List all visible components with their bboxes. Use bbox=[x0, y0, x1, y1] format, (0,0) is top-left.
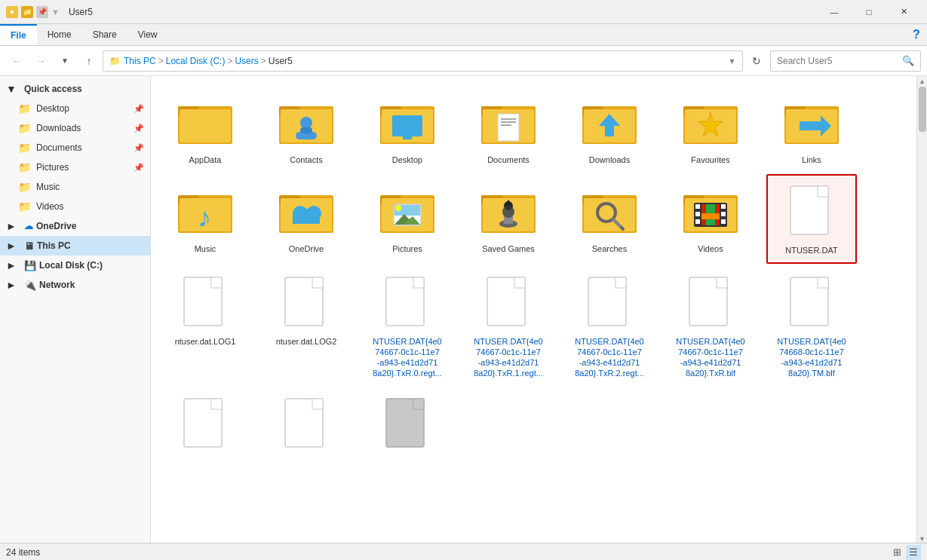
folder-videos[interactable]: Videos bbox=[665, 174, 756, 263]
refresh-button[interactable]: ↻ bbox=[746, 50, 767, 72]
folder-onedrive[interactable]: OneDrive bbox=[261, 174, 351, 263]
sidebar-section-this-pc[interactable]: ► 🖥 This PC bbox=[0, 236, 150, 256]
help-button[interactable]: ? bbox=[906, 24, 927, 45]
vertical-scrollbar[interactable]: ▲ ▼ bbox=[916, 76, 927, 543]
sidebar-item-pictures[interactable]: 📁 Pictures 📌 bbox=[0, 158, 150, 177]
scroll-up-arrow[interactable]: ▲ bbox=[919, 78, 925, 85]
sidebar-item-videos[interactable]: 📁 Videos bbox=[0, 197, 150, 216]
desktop-icon-area bbox=[377, 91, 437, 151]
tab-file[interactable]: File bbox=[0, 24, 37, 45]
file-ntuser-txr0[interactable]: NTUSER.DAT{4e074667-0c1c-11e7-a943-e41d2… bbox=[362, 267, 453, 385]
svg-rect-73 bbox=[695, 219, 700, 224]
file-ntuser-txr1[interactable]: NTUSER.DAT{4e074667-0c1c-11e7-a943-e41d2… bbox=[463, 267, 554, 385]
svg-rect-2 bbox=[180, 109, 231, 142]
content-area: AppData Contacts bbox=[151, 76, 916, 543]
svg-rect-79 bbox=[701, 213, 720, 219]
file-bottom-2[interactable] bbox=[261, 388, 351, 464]
file-bottom-1[interactable] bbox=[160, 388, 250, 464]
folder-favourites[interactable]: Favourites bbox=[665, 85, 756, 171]
folder-documents[interactable]: Documents bbox=[463, 85, 554, 171]
log2-file-svg bbox=[284, 276, 329, 330]
svg-text:♪: ♪ bbox=[198, 202, 211, 233]
path-segment-0[interactable]: This PC bbox=[124, 56, 156, 66]
sidebar-item-music[interactable]: 📁 Music bbox=[0, 177, 150, 197]
folder-pictures[interactable]: Pictures bbox=[362, 174, 453, 263]
sidebar-videos-label: Videos bbox=[36, 201, 63, 212]
path-segment-2[interactable]: Users bbox=[235, 56, 258, 66]
recent-locations-button[interactable]: ▼ bbox=[54, 50, 75, 72]
ribbon-tabs: File Home Share View ? bbox=[0, 24, 927, 45]
tab-share[interactable]: Share bbox=[82, 24, 127, 45]
log2-icon-area bbox=[276, 273, 336, 333]
folder-downloads[interactable]: Downloads bbox=[564, 85, 655, 171]
local-disk-icon: 💾 bbox=[24, 260, 36, 271]
svg-rect-17 bbox=[498, 114, 519, 141]
videos-folder-svg bbox=[683, 188, 738, 233]
sidebar-item-downloads[interactable]: 📁 Downloads 📌 bbox=[0, 118, 150, 138]
back-button[interactable]: ← bbox=[6, 50, 27, 72]
file-ntuser-log1[interactable]: ntuser.dat.LOG1 bbox=[160, 267, 250, 385]
pin-icon-title[interactable]: 📌 bbox=[36, 6, 48, 18]
this-pc-label: This PC bbox=[37, 240, 71, 251]
search-input[interactable] bbox=[777, 56, 902, 66]
svg-rect-76 bbox=[721, 219, 726, 224]
bottom3-icon-area bbox=[377, 394, 437, 454]
file-ntuser-tmblf[interactable]: NTUSER.DAT{4e074668-0c1c-11e7-a943-e41d2… bbox=[766, 267, 857, 385]
documents-folder-svg bbox=[481, 99, 536, 144]
scroll-down-arrow[interactable]: ▼ bbox=[919, 535, 925, 543]
file-ntuser-log2[interactable]: ntuser.dat.LOG2 bbox=[261, 267, 351, 385]
bottom3-file-svg bbox=[385, 397, 430, 451]
close-button[interactable]: ✕ bbox=[886, 0, 921, 24]
sidebar-section-quick-access[interactable]: ▼ Quick access bbox=[0, 79, 150, 99]
path-segment-1[interactable]: Local Disk (C:) bbox=[166, 56, 226, 66]
folder-appdata[interactable]: AppData bbox=[160, 85, 250, 171]
file-ntuser-dat[interactable]: NTUSER.DAT bbox=[766, 174, 857, 263]
folder-music[interactable]: ♪ Music bbox=[160, 174, 250, 263]
ribbon: File Home Share View ? bbox=[0, 24, 927, 46]
address-path[interactable]: 📁 This PC > Local Disk (C:) > Users > Us… bbox=[103, 50, 743, 72]
svg-rect-106 bbox=[211, 399, 222, 409]
tab-view[interactable]: View bbox=[127, 24, 168, 45]
forward-button[interactable]: → bbox=[30, 50, 51, 72]
txr1-file-svg bbox=[486, 276, 531, 330]
tmblf-file-svg bbox=[789, 276, 834, 330]
icon-view-button[interactable]: ⊞ bbox=[889, 545, 904, 560]
sidebar-section-network[interactable]: ► 🔌 Network bbox=[0, 275, 150, 295]
sidebar-item-documents[interactable]: 📁 Documents 📌 bbox=[0, 138, 150, 158]
folder-contacts[interactable]: Contacts bbox=[261, 85, 351, 171]
list-view-button[interactable]: ☰ bbox=[906, 545, 921, 560]
folder-savedgames[interactable]: Saved Games bbox=[463, 174, 554, 263]
folder-searches[interactable]: Searches bbox=[564, 174, 655, 263]
sidebar-section-local-disk[interactable]: ► 💾 Local Disk (C:) bbox=[0, 256, 150, 275]
onedrive-label: OneDrive bbox=[289, 243, 324, 254]
folder-desktop[interactable]: Desktop bbox=[362, 85, 453, 171]
folder-icon-title[interactable]: 📁 bbox=[21, 6, 33, 18]
onedrive-cloud-icon: ☁ bbox=[24, 221, 33, 231]
bottom1-file-svg bbox=[183, 397, 228, 451]
savedgames-icon-area bbox=[478, 180, 539, 240]
sidebar-desktop-label: Desktop bbox=[36, 103, 69, 114]
maximize-button[interactable]: □ bbox=[852, 0, 886, 24]
sidebar-pictures-label: Pictures bbox=[36, 162, 69, 173]
downloads-pin-icon: 📌 bbox=[134, 124, 144, 133]
quick-access-expand-icon: ▼ bbox=[6, 83, 20, 95]
search-box[interactable]: 🔍 bbox=[770, 50, 921, 72]
svg-rect-13 bbox=[403, 136, 412, 139]
network-label: Network bbox=[39, 280, 75, 290]
scroll-thumb[interactable] bbox=[919, 87, 926, 132]
up-button[interactable]: ↑ bbox=[78, 50, 100, 72]
file-ntuser-txrblf[interactable]: NTUSER.DAT{4e074667-0c1c-11e7-a943-e41d2… bbox=[665, 267, 756, 385]
file-bottom-3[interactable] bbox=[362, 388, 453, 464]
folder-links[interactable]: Links bbox=[766, 85, 857, 171]
tab-home[interactable]: Home bbox=[37, 24, 82, 45]
contacts-folder-svg bbox=[279, 99, 333, 144]
sidebar-section-onedrive[interactable]: ► ☁ OneDrive bbox=[0, 216, 150, 236]
file-ntuser-txr2[interactable]: NTUSER.DAT{4e074667-0c1c-11e7-a943-e41d2… bbox=[564, 267, 655, 385]
minimize-button[interactable]: — bbox=[817, 0, 852, 24]
svg-point-6 bbox=[300, 117, 312, 129]
sidebar-item-desktop[interactable]: 📁 Desktop 📌 bbox=[0, 99, 150, 118]
path-sep-1: > bbox=[158, 56, 164, 66]
quick-access-icon[interactable]: ★ bbox=[6, 6, 18, 18]
favourites-folder-svg bbox=[683, 99, 738, 144]
music-label: Music bbox=[195, 243, 216, 254]
